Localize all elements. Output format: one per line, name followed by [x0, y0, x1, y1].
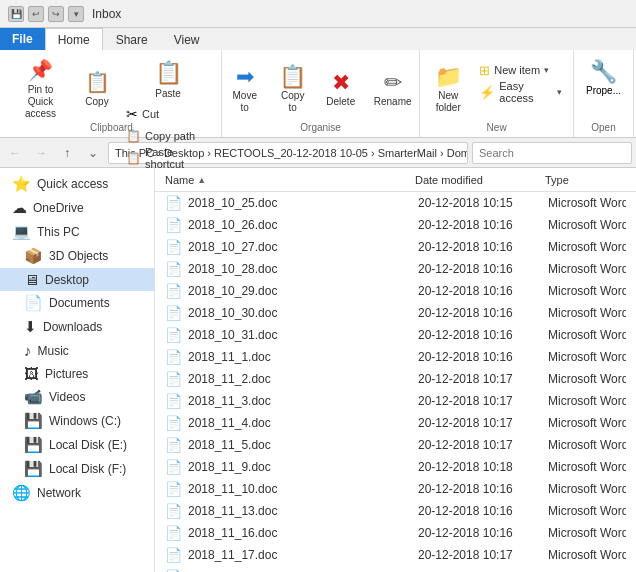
file-icon: 📄 [165, 415, 182, 431]
table-row[interactable]: 📄 2018_10_29.doc 20-12-2018 10:16 Micros… [155, 280, 636, 302]
cut-button[interactable]: ✂ Cut [121, 104, 215, 124]
tab-file[interactable]: File [0, 28, 45, 50]
sidebar: ⭐Quick access☁OneDrive💻This PC📦3D Object… [0, 168, 155, 572]
clipboard-group: 📌 Pin to Quick access 📋 Copy 📋 Paste ✂ C… [2, 50, 222, 137]
file-icon: 📄 [165, 393, 182, 409]
sidebar-item-videos[interactable]: 📹Videos [0, 385, 154, 409]
file-type: Microsoft Word [548, 394, 626, 408]
file-date: 20-12-2018 10:17 [418, 438, 548, 452]
dropdown-icon[interactable]: ▾ [68, 6, 84, 22]
sidebar-item-local-disk--f--[interactable]: 💾Local Disk (F:) [0, 457, 154, 481]
sidebar-icon: ☁ [12, 199, 27, 217]
file-area: Name ▲ Date modified Type 📄 2018_10_25.d… [155, 168, 636, 572]
table-row[interactable]: 📄 2018_10_31.doc 20-12-2018 10:16 Micros… [155, 324, 636, 346]
sidebar-item-local-disk--e--[interactable]: 💾Local Disk (E:) [0, 433, 154, 457]
redo-icon[interactable]: ↪ [48, 6, 64, 22]
table-row[interactable]: 📄 2018_11_13.doc 20-12-2018 10:16 Micros… [155, 500, 636, 522]
file-name: 2018_10_30.doc [188, 306, 418, 320]
sidebar-label: Videos [49, 390, 85, 404]
new-folder-label: New folder [436, 90, 461, 114]
sidebar-icon: 🖼 [24, 365, 39, 382]
sidebar-item-downloads[interactable]: ⬇Downloads [0, 315, 154, 339]
column-type[interactable]: Type [545, 174, 626, 186]
new-folder-button[interactable]: 📁 New folder [426, 56, 470, 122]
sidebar-icon: 💻 [12, 223, 31, 241]
table-row[interactable]: 📄 2018_11_9.doc 20-12-2018 10:18 Microso… [155, 456, 636, 478]
table-row[interactable]: 📄 2018_11_20.doc 20-12-2018 10:17 Micros… [155, 566, 636, 572]
sidebar-item-desktop[interactable]: 🖥Desktop [0, 268, 154, 291]
new-item-arrow: ▾ [544, 65, 549, 75]
cut-icon: ✂ [126, 106, 138, 122]
file-date: 20-12-2018 10:16 [418, 526, 548, 540]
title-bar-icons: 💾 ↩ ↪ ▾ [8, 6, 84, 22]
file-icon: 📄 [165, 239, 182, 255]
table-row[interactable]: 📄 2018_11_17.doc 20-12-2018 10:17 Micros… [155, 544, 636, 566]
table-row[interactable]: 📄 2018_11_16.doc 20-12-2018 10:16 Micros… [155, 522, 636, 544]
sidebar-item-this-pc[interactable]: 💻This PC [0, 220, 154, 244]
table-row[interactable]: 📄 2018_11_2.doc 20-12-2018 10:17 Microso… [155, 368, 636, 390]
table-row[interactable]: 📄 2018_11_5.doc 20-12-2018 10:17 Microso… [155, 434, 636, 456]
file-name: 2018_11_1.doc [188, 350, 418, 364]
sidebar-item-music[interactable]: ♪Music [0, 339, 154, 362]
table-row[interactable]: 📄 2018_10_26.doc 20-12-2018 10:16 Micros… [155, 214, 636, 236]
copy-to-button[interactable]: 📋 Copy to [271, 56, 315, 122]
properties-button[interactable]: 🔧 Prope... [579, 54, 628, 120]
table-row[interactable]: 📄 2018_11_10.doc 20-12-2018 10:16 Micros… [155, 478, 636, 500]
easy-access-button[interactable]: ⚡ Easy access ▾ [474, 82, 567, 102]
table-row[interactable]: 📄 2018_10_28.doc 20-12-2018 10:16 Micros… [155, 258, 636, 280]
file-date: 20-12-2018 10:16 [418, 504, 548, 518]
sidebar-label: Pictures [45, 367, 88, 381]
pin-label: Pin to Quick access [15, 84, 66, 120]
save-icon[interactable]: 💾 [8, 6, 24, 22]
column-date[interactable]: Date modified [415, 174, 545, 186]
sidebar-item-onedrive[interactable]: ☁OneDrive [0, 196, 154, 220]
file-type: Microsoft Word [548, 460, 626, 474]
sidebar-item-network[interactable]: 🌐Network [0, 481, 154, 505]
delete-button[interactable]: ✖ Delete [319, 56, 363, 122]
sidebar-icon: ♪ [24, 342, 32, 359]
column-name[interactable]: Name ▲ [165, 174, 415, 186]
file-list: 📄 2018_10_25.doc 20-12-2018 10:15 Micros… [155, 192, 636, 572]
table-row[interactable]: 📄 2018_10_27.doc 20-12-2018 10:16 Micros… [155, 236, 636, 258]
tab-share[interactable]: Share [103, 28, 161, 50]
cut-label: Cut [142, 108, 159, 120]
pin-to-quick-access-button[interactable]: 📌 Pin to Quick access [8, 56, 73, 122]
table-row[interactable]: 📄 2018_11_4.doc 20-12-2018 10:17 Microso… [155, 412, 636, 434]
search-input[interactable] [472, 142, 632, 164]
file-type: Microsoft Word [548, 196, 626, 210]
file-date: 20-12-2018 10:16 [418, 262, 548, 276]
organise-label: Organise [300, 122, 341, 133]
file-date: 20-12-2018 10:17 [418, 548, 548, 562]
file-icon: 📄 [165, 547, 182, 563]
table-row[interactable]: 📄 2018_11_3.doc 20-12-2018 10:17 Microso… [155, 390, 636, 412]
sidebar-label: This PC [37, 225, 80, 239]
copy-path-button[interactable]: 📋 Copy path [121, 126, 215, 146]
file-icon: 📄 [165, 261, 182, 277]
move-to-button[interactable]: ➡ Move to [223, 56, 267, 122]
easy-access-arrow: ▾ [557, 87, 562, 97]
new-item-icon: ⊞ [479, 63, 490, 78]
table-row[interactable]: 📄 2018_10_30.doc 20-12-2018 10:16 Micros… [155, 302, 636, 324]
tab-home[interactable]: Home [45, 28, 103, 50]
sidebar-item-pictures[interactable]: 🖼Pictures [0, 362, 154, 385]
sidebar-item-documents[interactable]: 📄Documents [0, 291, 154, 315]
sidebar-icon: ⭐ [12, 175, 31, 193]
sidebar-item-quick-access[interactable]: ⭐Quick access [0, 172, 154, 196]
rename-button[interactable]: ✏ Rename [367, 56, 419, 122]
table-row[interactable]: 📄 2018_10_25.doc 20-12-2018 10:15 Micros… [155, 192, 636, 214]
file-icon: 📄 [165, 305, 182, 321]
paste-shortcut-button[interactable]: 📋 Paste shortcut [121, 148, 215, 168]
file-type: Microsoft Word [548, 240, 626, 254]
copy-to-label: Copy to [281, 90, 304, 114]
sidebar-item-3d-objects[interactable]: 📦3D Objects [0, 244, 154, 268]
new-item-button[interactable]: ⊞ New item ▾ [474, 60, 567, 80]
file-date: 20-12-2018 10:16 [418, 284, 548, 298]
sidebar-item-windows--c--[interactable]: 💾Windows (C:) [0, 409, 154, 433]
copy-button[interactable]: 📋 Copy [75, 56, 119, 122]
tab-view[interactable]: View [161, 28, 213, 50]
undo-icon[interactable]: ↩ [28, 6, 44, 22]
paste-button[interactable]: 📋 Paste [121, 58, 215, 102]
table-row[interactable]: 📄 2018_11_1.doc 20-12-2018 10:16 Microso… [155, 346, 636, 368]
file-type: Microsoft Word [548, 482, 626, 496]
copy-path-label: Copy path [145, 130, 195, 142]
